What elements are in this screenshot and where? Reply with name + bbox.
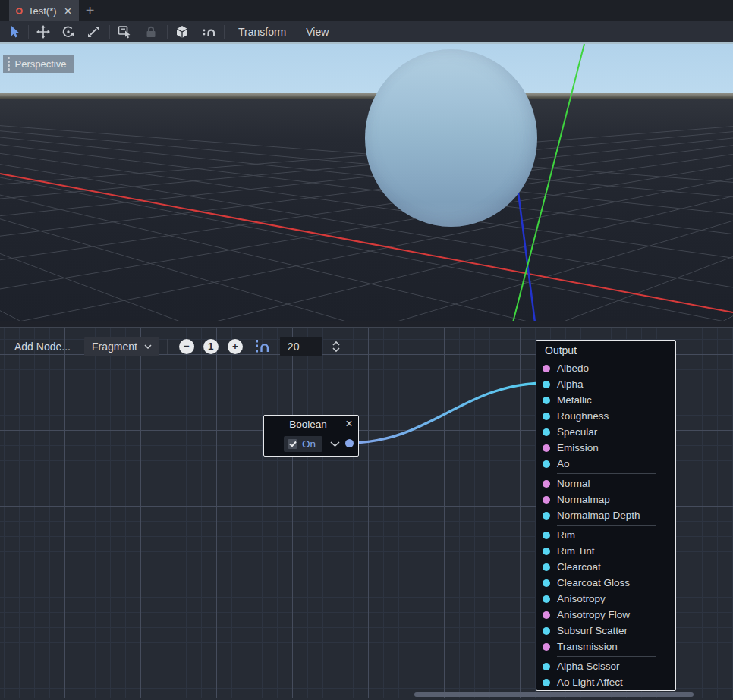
port-anisotropy-flow[interactable]: [543, 611, 550, 619]
scene-tab-label: Test(*): [28, 5, 57, 17]
mesh-gizmo-button[interactable]: [171, 23, 192, 41]
x-axis-line: [0, 174, 733, 312]
port-label: Transmission: [557, 641, 618, 652]
port-label: Rim: [557, 529, 575, 541]
output-node[interactable]: Output AlbedoAlphaMetallicRoughnessSpecu…: [536, 340, 676, 691]
cube-icon: [175, 24, 190, 39]
output-port-row: Normal: [536, 476, 675, 491]
output-port-row: Albedo: [536, 360, 675, 376]
port-label: Anisotropy: [557, 593, 606, 604]
output-port-row: Alpha Scissor: [536, 658, 675, 674]
close-node-icon[interactable]: ×: [341, 418, 357, 430]
port-label: Ao Light Affect: [557, 676, 623, 688]
view-menu[interactable]: View: [296, 26, 338, 38]
shader-mode-dropdown[interactable]: Fragment: [84, 337, 159, 356]
output-port-list: AlbedoAlphaMetallicRoughnessSpecularEmis…: [536, 360, 675, 690]
list-select-tool-button[interactable]: [114, 23, 134, 41]
port-label: Albedo: [557, 363, 589, 374]
port-divider: [557, 656, 656, 657]
output-port-row: Rim Tint: [536, 543, 675, 559]
port-rim-tint[interactable]: [543, 548, 550, 555]
axis-gizmo: [0, 44, 733, 321]
output-port-row: Roughness: [536, 408, 675, 424]
rotate-icon: [61, 24, 76, 39]
snap-spinner[interactable]: [332, 340, 341, 353]
toolbar-separator: [224, 25, 225, 39]
magnet-snap-icon: [201, 24, 216, 39]
close-tab-icon[interactable]: ×: [64, 5, 72, 17]
godot-editor-window: Test(*) × +: [0, 0, 733, 700]
scene-tab[interactable]: Test(*) ×: [9, 0, 79, 21]
drag-handle-dots-icon: [8, 57, 10, 71]
port-ao-light-affect[interactable]: [543, 679, 550, 686]
output-port-row: Rim: [536, 527, 675, 543]
horizontal-scrollbar-thumb[interactable]: [414, 692, 694, 697]
perspective-button[interactable]: Perspective: [3, 55, 74, 73]
zoom-out-button[interactable]: −: [179, 339, 194, 354]
port-specular[interactable]: [543, 428, 550, 436]
boolean-node-titlebar[interactable]: Boolean ×: [264, 416, 358, 432]
port-clearcoat[interactable]: [543, 563, 550, 571]
toolbar-separator: [167, 25, 168, 39]
boolean-output-port[interactable]: [345, 439, 354, 447]
panel-splitter[interactable]: [0, 321, 733, 327]
port-normal[interactable]: [543, 480, 550, 488]
chevron-down-icon[interactable]: [330, 441, 340, 447]
output-port-row: Clearcoat: [536, 559, 675, 575]
output-port-row: Metallic: [536, 392, 675, 408]
shader-graph-canvas[interactable]: Add Node... Fragment − 1 + 20: [0, 327, 733, 698]
viewport-3d[interactable]: Perspective: [0, 42, 733, 321]
checkbox-box[interactable]: [288, 439, 297, 449]
output-port-row: Normalmap Depth: [536, 507, 675, 523]
output-port-row: Emission: [536, 440, 675, 456]
port-transmission[interactable]: [543, 643, 550, 651]
new-tab-button[interactable]: +: [79, 0, 102, 21]
port-label: Rim Tint: [557, 545, 595, 557]
port-label: Clearcoat: [557, 561, 601, 573]
snap-toggle-3d-button[interactable]: [198, 23, 219, 41]
lock-button[interactable]: [140, 23, 161, 41]
snap-toggle-button[interactable]: [253, 338, 270, 355]
add-node-button[interactable]: Add Node...: [11, 337, 74, 356]
port-label: Subsurf Scatter: [557, 625, 628, 636]
port-label: Specular: [557, 426, 597, 438]
port-anisotropy[interactable]: [543, 595, 550, 603]
port-label: Anisotropy Flow: [557, 609, 630, 620]
port-subsurf-scatter[interactable]: [543, 627, 550, 635]
output-port-row: Anisotropy Flow: [536, 607, 675, 623]
port-albedo[interactable]: [543, 365, 550, 372]
scale-tool-button[interactable]: [83, 23, 103, 41]
boolean-node[interactable]: Boolean × On: [263, 415, 359, 457]
port-label: Roughness: [557, 410, 609, 422]
port-metallic[interactable]: [543, 397, 550, 404]
port-normalmap-depth[interactable]: [543, 512, 550, 520]
port-ao[interactable]: [543, 460, 550, 468]
transform-menu[interactable]: Transform: [228, 26, 296, 38]
port-emission[interactable]: [543, 444, 550, 452]
toolbar-separator: [167, 339, 168, 354]
zoom-in-button[interactable]: +: [228, 339, 243, 354]
output-port-row: Transmission: [536, 639, 675, 654]
port-label: Emission: [557, 442, 599, 454]
checkbox-label: On: [302, 438, 316, 450]
move-tool-button[interactable]: [33, 23, 53, 41]
boolean-checkbox[interactable]: On: [284, 436, 322, 452]
scene-tab-bar: Test(*) × +: [0, 0, 733, 21]
sphere-mesh[interactable]: [365, 49, 537, 227]
output-port-row: Subsurf Scatter: [536, 623, 675, 639]
output-port-row: Normalmap: [536, 491, 675, 507]
snap-distance-field[interactable]: 20: [280, 337, 322, 356]
output-port-row: Clearcoat Gloss: [536, 575, 675, 591]
port-roughness[interactable]: [543, 413, 550, 420]
port-rim[interactable]: [543, 532, 550, 539]
port-normalmap[interactable]: [543, 496, 550, 504]
port-divider: [557, 473, 656, 474]
zoom-reset-button[interactable]: 1: [203, 339, 219, 354]
port-alpha-scissor[interactable]: [543, 663, 550, 670]
snap-grid-icon: [253, 338, 270, 355]
port-alpha[interactable]: [543, 381, 550, 388]
select-tool-button[interactable]: [4, 23, 24, 41]
port-clearcoat-gloss[interactable]: [543, 579, 550, 587]
rotate-tool-button[interactable]: [58, 23, 78, 41]
port-label: Normalmap: [557, 494, 610, 505]
